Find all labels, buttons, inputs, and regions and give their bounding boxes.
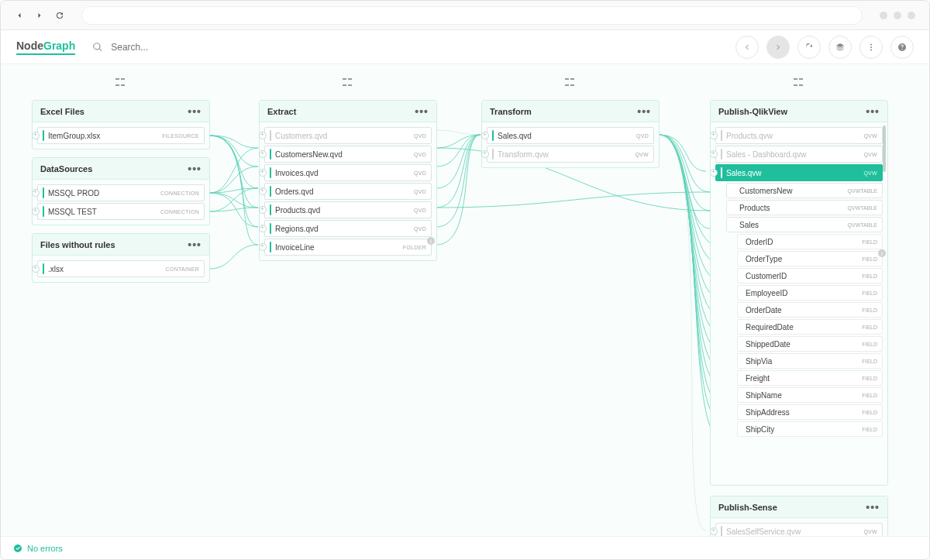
column-handle[interactable]: [794, 78, 804, 89]
panel-more-icon[interactable]: •••: [188, 239, 202, 251]
panel-header[interactable]: Publish-Sense•••: [711, 496, 887, 518]
node-type-tag: FIELD: [862, 410, 877, 415]
node-item[interactable]: Sales - Dashboard.qvwQVW: [715, 146, 883, 163]
nav-prev-button[interactable]: [735, 36, 759, 59]
node-type-tag: CONNECTION: [160, 191, 199, 196]
node-item[interactable]: Products.qvdQVD: [264, 201, 432, 218]
node-item[interactable]: CustomerIDFIELD: [737, 268, 883, 283]
node-item[interactable]: SalesSelfService.qvwQVW: [715, 523, 883, 536]
node-item[interactable]: ShipAddressFIELD: [737, 404, 883, 420]
input-port[interactable]: [259, 243, 267, 251]
node-type-tag: QVD: [414, 170, 426, 176]
column-handle[interactable]: [565, 78, 576, 89]
panel-header[interactable]: DataSources•••: [33, 158, 209, 180]
node-item[interactable]: OrderIDFIELD: [737, 234, 883, 249]
column-handle[interactable]: [115, 78, 126, 89]
input-port[interactable]: [32, 189, 40, 197]
input-port[interactable]: [32, 208, 40, 215]
panel-header[interactable]: Files without rules•••: [33, 234, 209, 256]
node-type-tag: QVD: [414, 189, 426, 194]
input-port[interactable]: [259, 206, 267, 214]
url-bar[interactable]: [81, 6, 863, 25]
panel-more-icon[interactable]: •••: [637, 105, 651, 118]
nav-next-button[interactable]: [766, 36, 790, 59]
graph-canvas[interactable]: Excel Files•••ItemGroup.xlsxFILESOURCEDa…: [1, 64, 929, 536]
panel-more-icon[interactable]: •••: [188, 163, 202, 175]
panel-more-icon[interactable]: •••: [188, 105, 202, 118]
node-item[interactable]: ProductsQVWTABLE: [726, 200, 883, 215]
search-input[interactable]: [111, 42, 204, 53]
input-port[interactable]: [710, 150, 718, 158]
input-port[interactable]: [481, 150, 489, 158]
input-port[interactable]: [32, 265, 40, 273]
node-item[interactable]: ShipViaFIELD: [737, 353, 883, 369]
node-item[interactable]: ShipCityFIELD: [737, 421, 883, 437]
nav-reload-icon[interactable]: [55, 11, 64, 20]
node-item[interactable]: CustomersNew.qvdQVD: [264, 146, 432, 163]
node-item[interactable]: Sales.qvwQVW: [715, 164, 883, 181]
input-port[interactable]: [259, 169, 267, 177]
panel-header[interactable]: Transform•••: [482, 101, 659, 122]
node-item[interactable]: Orders.qvdQVD: [264, 183, 432, 200]
node-item[interactable]: OrderDateFIELD: [737, 302, 883, 318]
info-badge-icon[interactable]: i: [427, 237, 435, 245]
panel-more-icon[interactable]: •••: [415, 105, 429, 118]
node-item[interactable]: EmployeeIDFIELD: [737, 285, 883, 301]
svg-point-1: [870, 46, 872, 48]
input-port[interactable]: [481, 132, 489, 139]
node-item[interactable]: Invoices.qvdQVD: [264, 164, 432, 181]
node-item[interactable]: OrderTypeFIELDi: [737, 251, 883, 266]
node-item[interactable]: MSSQL PRODCONNECTION: [37, 184, 205, 201]
node-item[interactable]: Transform.qvwQVW: [487, 146, 654, 163]
node-item[interactable]: RequiredDateFIELD: [737, 319, 883, 335]
panel-more-icon[interactable]: •••: [866, 105, 880, 118]
nav-forward-icon[interactable]: [35, 11, 44, 20]
panel-header[interactable]: Excel Files•••: [33, 101, 209, 122]
layers-button[interactable]: [828, 36, 852, 59]
search-box[interactable]: [92, 42, 204, 53]
column-handle[interactable]: [343, 78, 353, 89]
more-button[interactable]: [859, 36, 883, 59]
help-button[interactable]: [890, 36, 914, 59]
node-item[interactable]: Customers.qvdQVD: [264, 127, 432, 144]
input-port[interactable]: [259, 150, 267, 158]
node-item[interactable]: ShipNameFIELD: [737, 387, 883, 403]
node-item[interactable]: Products.qvwQVW: [715, 127, 883, 144]
node-label: InvoiceLine: [275, 243, 315, 252]
input-port[interactable]: [710, 132, 718, 139]
app-logo[interactable]: NodeGraph: [16, 40, 75, 55]
node-item[interactable]: SalesQVWTABLE: [726, 217, 883, 232]
node-label: Regions.qvd: [275, 225, 319, 233]
panel: Extract•••Customers.qvdQVDCustomersNew.q…: [259, 100, 437, 261]
node-item[interactable]: ItemGroup.xlsxFILESOURCE: [37, 127, 205, 144]
input-port[interactable]: [259, 225, 267, 232]
node-label: .xlsx: [48, 265, 64, 273]
node-item[interactable]: .xlsxCONTAINER: [37, 260, 205, 277]
node-type-tag: QVD: [414, 208, 426, 213]
panel-header[interactable]: Publish-QlikView•••: [711, 101, 887, 122]
node-item[interactable]: ShippedDateFIELD: [737, 336, 883, 352]
panel-more-icon[interactable]: •••: [866, 501, 880, 514]
node-label: MSSQL TEST: [48, 208, 97, 216]
node-type-tag: FIELD: [862, 256, 877, 262]
check-icon: [13, 544, 22, 553]
nav-back-icon[interactable]: [15, 11, 24, 20]
node-type-tag: QVWTABLE: [848, 222, 877, 228]
panel: Publish-QlikView•••Products.qvwQVWSales …: [710, 100, 888, 486]
input-port[interactable]: [32, 132, 40, 139]
node-type-tag: QVD: [414, 133, 426, 139]
scrollbar-thumb[interactable]: [883, 125, 886, 172]
panel: DataSources•••MSSQL PRODCONNECTIONMSSQL …: [32, 157, 210, 225]
node-item[interactable]: CustomersNewQVWTABLE: [726, 183, 883, 198]
refresh-button[interactable]: [797, 36, 821, 59]
input-port[interactable]: [710, 169, 718, 177]
input-port[interactable]: [259, 132, 267, 139]
panel-header[interactable]: Extract•••: [260, 101, 436, 122]
node-item[interactable]: Regions.qvdQVD: [264, 220, 432, 237]
input-port[interactable]: [710, 527, 718, 535]
input-port[interactable]: [259, 187, 267, 195]
node-item[interactable]: Sales.qvdQVD: [487, 127, 654, 144]
node-item[interactable]: MSSQL TESTCONNECTION: [37, 203, 205, 220]
node-item[interactable]: FreightFIELD: [737, 370, 883, 386]
node-item[interactable]: InvoiceLineFOLDERi: [264, 239, 432, 256]
